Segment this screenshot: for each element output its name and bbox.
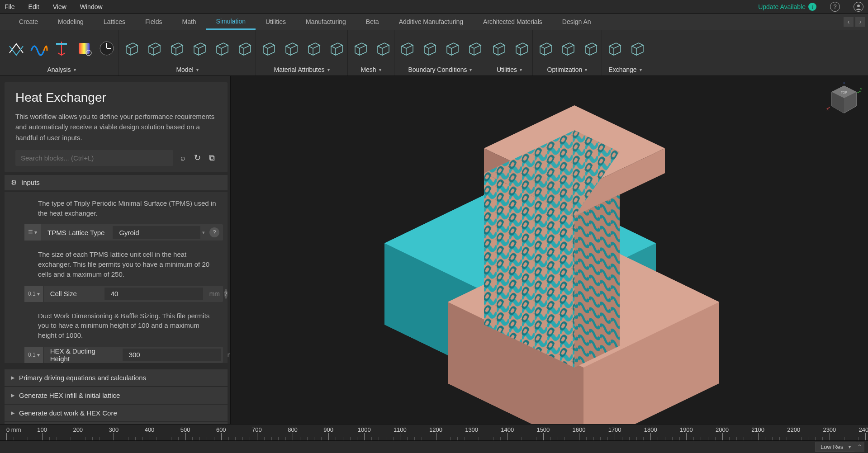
ribbon-tool-icon[interactable] (557, 38, 577, 58)
tab-math[interactable]: Math (172, 14, 206, 30)
ruler-tick-label: 1100 (394, 426, 407, 433)
ribbon-tool-icon[interactable] (419, 38, 439, 58)
page-title: Heat Exchanger (15, 90, 217, 105)
tpms-help-icon[interactable]: ? (209, 227, 219, 237)
search-input[interactable] (15, 150, 173, 166)
ribbon-tool-icon[interactable] (350, 38, 370, 58)
ribbon-tool-icon[interactable] (97, 38, 117, 58)
ribbon-group-label[interactable]: Utilities▾ (497, 64, 522, 76)
ribbon-tool-icon[interactable] (121, 38, 141, 58)
3d-viewport[interactable]: TOP X Y (231, 76, 868, 424)
resolution-select[interactable]: Low Res (816, 442, 856, 452)
ribbon-tool-icon[interactable] (189, 38, 209, 58)
ruler-tick-label: 600 (216, 426, 226, 433)
tab-scroll-right-icon[interactable]: › (855, 17, 865, 27)
tab-utilities[interactable]: Utilities (256, 14, 296, 30)
tpms-hint: The type of Triply Periodic Minimal Surf… (5, 192, 228, 225)
ribbon-tool-icon[interactable] (396, 38, 416, 58)
ribbon-tool-icon[interactable] (464, 38, 484, 58)
group-equations[interactable]: ▶ Primary driving equations and calculat… (5, 369, 228, 386)
ruler-tick-label: 1600 (573, 426, 586, 433)
ribbon-tool-icon[interactable] (326, 38, 346, 58)
tab-additive-manufacturing[interactable]: Additive Manufacturing (389, 14, 473, 30)
menu-file[interactable]: File (5, 3, 15, 10)
cell-help-icon[interactable]: ? (224, 289, 228, 299)
ribbon-group-label[interactable]: Mesh▾ (360, 64, 381, 76)
ribbon-tool-icon[interactable] (535, 38, 555, 58)
ribbon-group-label[interactable]: Analysis▾ (47, 64, 76, 76)
tab-manufacturing[interactable]: Manufacturing (296, 14, 356, 30)
inputs-body: The type of Triply Periodic Minimal Surf… (5, 192, 228, 363)
ribbon-group-label[interactable]: Exchange▾ (608, 64, 641, 76)
cell-size-input[interactable] (104, 288, 203, 300)
search-icon[interactable]: ⌕ (178, 153, 188, 163)
tab-lattices[interactable]: Lattices (94, 14, 135, 30)
ribbon-tool-icon[interactable] (488, 38, 508, 58)
tab-simulation[interactable]: Simulation (206, 14, 256, 30)
height-unit: mm (223, 351, 231, 359)
ribbon-tool-icon[interactable] (303, 38, 323, 58)
user-icon[interactable] (854, 2, 863, 12)
ruler-tick-label: 2100 (751, 426, 764, 433)
ribbon-tool-icon[interactable] (580, 38, 600, 58)
ribbon-tool-icon[interactable] (143, 38, 163, 58)
ruler-tick-label: 500 (180, 426, 190, 433)
ribbon-tool-icon[interactable] (29, 38, 49, 58)
tab-architected-materials[interactable]: Architected Materials (473, 14, 552, 30)
view-cube[interactable]: TOP X Y (826, 82, 862, 118)
tab-beta[interactable]: Beta (356, 14, 389, 30)
tpms-lattice-select[interactable]: Gyroid (113, 226, 200, 239)
ribbon-tool-icon[interactable] (372, 38, 392, 58)
ribbon-tool-icon[interactable] (258, 38, 278, 58)
ribbon-tool-icon[interactable] (211, 38, 231, 58)
hex-height-input[interactable] (123, 349, 221, 361)
group-infill[interactable]: ▶ Generate HEX infill & initial lattice (5, 387, 228, 404)
ribbon-group-label[interactable]: Boundary Conditions▾ (408, 64, 472, 76)
tab-scroll-left-icon[interactable]: ‹ (844, 17, 854, 27)
ruler-tick-label: 800 (288, 426, 298, 433)
ribbon-tool-icon[interactable] (604, 38, 624, 58)
expand-icon[interactable]: ⌃ (854, 442, 864, 452)
ruler: 0 mm 10020030040050060070080090010001100… (0, 424, 868, 440)
ribbon-tool-icon[interactable] (280, 38, 300, 58)
ribbon-tool-icon[interactable] (511, 38, 531, 58)
height-badge[interactable]: 0.1 ▾ (24, 347, 44, 363)
inputs-header[interactable]: ⚙ Inputs (5, 175, 228, 190)
refresh-icon[interactable]: ↻ (192, 153, 202, 163)
ribbon-tool-icon[interactable] (234, 38, 254, 58)
menu-edit[interactable]: Edit (28, 3, 39, 10)
group-infill-label: Generate HEX infill & initial lattice (19, 392, 120, 399)
ribbon-tool-icon[interactable] (74, 38, 94, 58)
group-duct[interactable]: ▶ Generate duct work & HEX Core (5, 405, 228, 421)
ribbon-group-label[interactable]: Model▾ (176, 64, 198, 76)
menu-window[interactable]: Window (80, 3, 103, 10)
tab-design-an[interactable]: Design An (552, 14, 601, 30)
ruler-origin: 0 mm (6, 426, 21, 433)
group-duct-label: Generate duct work & HEX Core (19, 409, 117, 417)
ribbon-group-utilities: Utilities▾ (486, 30, 533, 76)
tab-modeling[interactable]: Modeling (48, 14, 94, 30)
list-icon[interactable]: ☰▾ (24, 224, 41, 241)
svg-line-25 (857, 91, 861, 93)
ruler-tick-label: 700 (252, 426, 262, 433)
menu-view[interactable]: View (53, 3, 66, 10)
tab-fields[interactable]: Fields (135, 14, 172, 30)
cell-badge[interactable]: 0.1 ▾ (24, 286, 44, 302)
help-icon[interactable]: ? (830, 2, 840, 12)
ribbon-group-label[interactable]: Material Attributes▾ (274, 64, 329, 76)
ribbon-group-exchange: Exchange▾ (602, 30, 648, 76)
ribbon-tool-icon[interactable] (441, 38, 461, 58)
update-available-button[interactable]: Update Available ↓ (758, 3, 816, 11)
ribbon-tool-icon[interactable] (166, 38, 186, 58)
ribbon-tool-icon[interactable] (626, 38, 646, 58)
update-label: Update Available (758, 3, 806, 10)
ruler-tick-label: 1800 (644, 426, 657, 433)
ribbon-group-analysis: Analysis▾ (5, 30, 119, 76)
copy-icon[interactable]: ⧉ (207, 153, 217, 163)
tab-create[interactable]: Create (9, 14, 48, 30)
ribbon: Analysis▾Model▾Material Attributes▾Mesh▾… (0, 30, 868, 76)
ribbon-tool-icon[interactable] (52, 38, 71, 58)
inputs-label: Inputs (21, 179, 40, 186)
ribbon-group-label[interactable]: Optimization▾ (547, 64, 588, 76)
ribbon-tool-icon[interactable] (6, 38, 26, 58)
